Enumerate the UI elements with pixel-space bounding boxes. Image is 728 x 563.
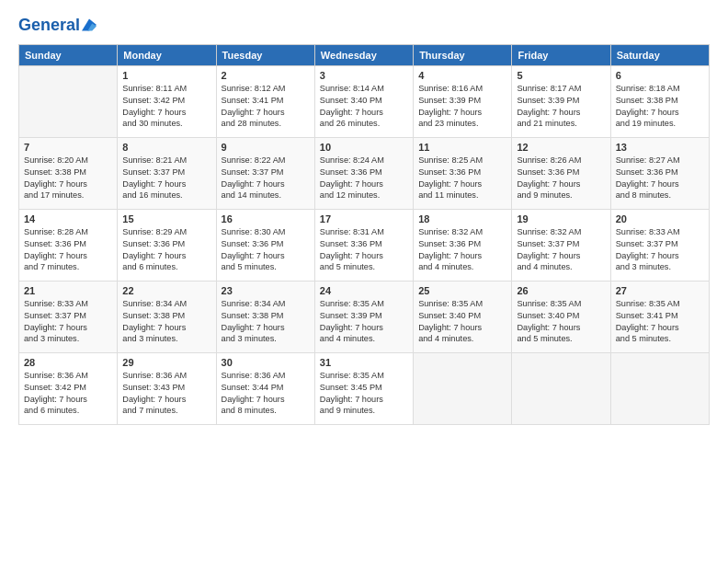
cell-info: and 17 minutes. (24, 190, 112, 201)
cell-info: Sunset: 3:36 PM (320, 238, 408, 250)
cell-info: Sunset: 3:37 PM (24, 310, 112, 322)
col-header-tuesday: Tuesday (216, 44, 314, 65)
cell-info: Sunrise: 8:22 AM (222, 155, 310, 167)
cell-info: Daylight: 7 hours (517, 322, 605, 334)
cell-info: Sunrise: 8:30 AM (222, 226, 310, 238)
cell-info: and 6 minutes. (24, 405, 112, 417)
day-number: 9 (222, 142, 310, 153)
cell-info: Sunset: 3:37 PM (517, 238, 605, 250)
cell-info: and 11 minutes. (418, 190, 506, 201)
cell-info: Sunset: 3:45 PM (320, 382, 408, 394)
cell-info: Sunset: 3:38 PM (24, 167, 112, 178)
day-number: 20 (616, 213, 704, 224)
cell-info: and 28 minutes. (222, 118, 310, 130)
cell-info: Sunrise: 8:35 AM (320, 298, 408, 310)
cell-info: Sunrise: 8:11 AM (122, 83, 210, 95)
cell-info: Daylight: 7 hours (122, 322, 210, 334)
cell-info: Daylight: 7 hours (122, 107, 210, 119)
cell-info: Daylight: 7 hours (616, 178, 704, 190)
calendar-cell (19, 65, 118, 137)
cell-info: and 4 minutes. (320, 333, 408, 345)
calendar-cell: 14Sunrise: 8:28 AMSunset: 3:36 PMDayligh… (19, 209, 118, 281)
day-number: 10 (320, 142, 408, 153)
col-header-sunday: Sunday (19, 44, 118, 65)
calendar-cell: 16Sunrise: 8:30 AMSunset: 3:36 PMDayligh… (216, 209, 314, 281)
calendar-cell: 31Sunrise: 8:35 AMSunset: 3:45 PMDayligh… (314, 352, 413, 424)
cell-info: Sunset: 3:43 PM (122, 382, 210, 394)
calendar-cell: 15Sunrise: 8:29 AMSunset: 3:36 PMDayligh… (118, 209, 216, 281)
cell-info: Daylight: 7 hours (222, 394, 310, 406)
cell-info: Sunset: 3:36 PM (24, 238, 112, 250)
cell-info: Sunset: 3:36 PM (517, 167, 605, 178)
day-number: 26 (517, 285, 605, 296)
cell-info: Sunset: 3:40 PM (320, 95, 408, 107)
cell-info: Sunset: 3:38 PM (616, 95, 704, 107)
cell-info: Sunset: 3:36 PM (616, 167, 704, 178)
cell-info: Sunrise: 8:33 AM (616, 226, 704, 238)
cell-info: Sunrise: 8:18 AM (616, 83, 704, 95)
calendar-cell: 11Sunrise: 8:25 AMSunset: 3:36 PMDayligh… (414, 137, 512, 209)
cell-info: and 19 minutes. (616, 118, 704, 130)
calendar-cell: 13Sunrise: 8:27 AMSunset: 3:36 PMDayligh… (610, 137, 709, 209)
calendar-cell: 19Sunrise: 8:32 AMSunset: 3:37 PMDayligh… (512, 209, 610, 281)
cell-info: Sunset: 3:39 PM (517, 95, 605, 107)
calendar-cell: 4Sunrise: 8:16 AMSunset: 3:39 PMDaylight… (414, 65, 512, 137)
day-number: 12 (517, 142, 605, 153)
cell-info: and 7 minutes. (24, 261, 112, 273)
cell-info: Sunrise: 8:36 AM (222, 370, 310, 382)
day-number: 7 (24, 142, 112, 153)
cell-info: Sunrise: 8:34 AM (122, 298, 210, 310)
week-row-1: 1Sunrise: 8:11 AMSunset: 3:42 PMDaylight… (19, 65, 710, 137)
cell-info: and 5 minutes. (517, 333, 605, 345)
week-row-2: 7Sunrise: 8:20 AMSunset: 3:38 PMDaylight… (19, 137, 710, 209)
cell-info: and 12 minutes. (320, 190, 408, 201)
calendar-cell: 22Sunrise: 8:34 AMSunset: 3:38 PMDayligh… (118, 281, 216, 352)
day-number: 15 (122, 213, 210, 224)
cell-info: Sunrise: 8:25 AM (418, 155, 506, 167)
day-number: 22 (122, 285, 210, 296)
day-number: 5 (517, 70, 605, 81)
cell-info: and 30 minutes. (122, 118, 210, 130)
day-number: 6 (616, 70, 704, 81)
cell-info: Sunset: 3:41 PM (222, 95, 310, 107)
calendar-cell: 26Sunrise: 8:35 AMSunset: 3:40 PMDayligh… (512, 281, 610, 352)
day-number: 1 (122, 70, 210, 81)
cell-info: Sunrise: 8:17 AM (517, 83, 605, 95)
cell-info: Sunrise: 8:26 AM (517, 155, 605, 167)
cell-info: Daylight: 7 hours (616, 250, 704, 262)
day-number: 17 (320, 213, 408, 224)
cell-info: Sunrise: 8:33 AM (24, 298, 112, 310)
cell-info: Sunrise: 8:14 AM (320, 83, 408, 95)
cell-info: Daylight: 7 hours (320, 394, 408, 406)
cell-info: Sunset: 3:40 PM (418, 310, 506, 322)
calendar-cell: 12Sunrise: 8:26 AMSunset: 3:36 PMDayligh… (512, 137, 610, 209)
day-number: 29 (122, 357, 210, 368)
cell-info: Daylight: 7 hours (418, 322, 506, 334)
cell-info: Daylight: 7 hours (222, 178, 310, 190)
cell-info: Sunrise: 8:36 AM (122, 370, 210, 382)
cell-info: Sunset: 3:39 PM (418, 95, 506, 107)
calendar-cell: 5Sunrise: 8:17 AMSunset: 3:39 PMDaylight… (512, 65, 610, 137)
cell-info: Sunrise: 8:32 AM (517, 226, 605, 238)
day-number: 23 (222, 285, 310, 296)
logo: General (18, 17, 97, 35)
logo-icon (82, 17, 97, 32)
cell-info: Daylight: 7 hours (517, 107, 605, 119)
cell-info: Sunrise: 8:12 AM (222, 83, 310, 95)
calendar-cell: 1Sunrise: 8:11 AMSunset: 3:42 PMDaylight… (118, 65, 216, 137)
day-number: 25 (418, 285, 506, 296)
calendar-cell: 24Sunrise: 8:35 AMSunset: 3:39 PMDayligh… (314, 281, 413, 352)
cell-info: Daylight: 7 hours (418, 107, 506, 119)
cell-info: Sunrise: 8:21 AM (122, 155, 210, 167)
day-number: 14 (24, 213, 112, 224)
cell-info: Daylight: 7 hours (418, 178, 506, 190)
cell-info: Sunset: 3:40 PM (517, 310, 605, 322)
logo-text: General (18, 17, 80, 35)
calendar-cell: 21Sunrise: 8:33 AMSunset: 3:37 PMDayligh… (19, 281, 118, 352)
day-number: 27 (616, 285, 704, 296)
cell-info: Sunset: 3:36 PM (122, 238, 210, 250)
cell-info: Daylight: 7 hours (122, 394, 210, 406)
calendar-cell (512, 352, 610, 424)
day-number: 13 (616, 142, 704, 153)
cell-info: Daylight: 7 hours (320, 250, 408, 262)
